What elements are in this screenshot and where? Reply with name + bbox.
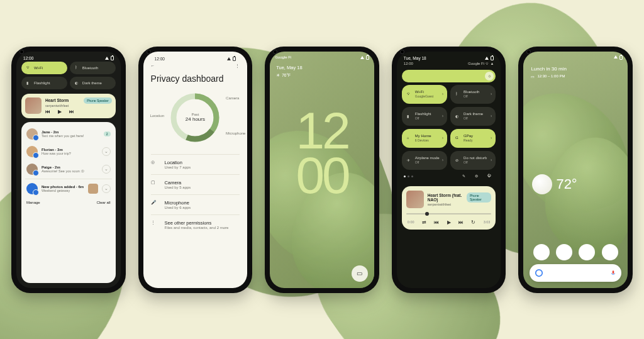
weather-temp: 72° [556, 176, 577, 192]
seek-bar[interactable] [406, 213, 492, 214]
phone-home: Lunch in 30 min ▭12:30 – 1:00 PM 72° [518, 47, 633, 293]
notif-row[interactable]: New photos added · 6mWeekend getaway ⌄ [25, 181, 112, 197]
prev-icon[interactable]: ⏮ [45, 109, 50, 114]
wallet-fab[interactable]: ▭ [352, 265, 368, 282]
gmail-app[interactable] [533, 244, 550, 260]
location-icon: ◎ [151, 160, 158, 167]
weather-widget[interactable]: 72° [532, 174, 577, 194]
qs-wifi[interactable]: ᯤWi-Fi [21, 62, 67, 74]
qs-tile-bluetooth[interactable]: ᛒBluetoothOff› [450, 85, 496, 104]
play-icon[interactable]: ▶ [58, 109, 62, 114]
flashlight-icon: ▮ [26, 81, 31, 86]
tile-title: Airplane mode [415, 156, 440, 160]
chevron-right-icon: › [491, 92, 492, 96]
chevron-right-icon: › [442, 114, 443, 118]
qs-tile-do-not-disturb[interactable]: ⊘Do not disturbOff› [450, 151, 496, 170]
qs-tile-my-home[interactable]: ⌂My Home6 Devices› [402, 129, 447, 148]
track-title: Heart Storm (feat. NAO) [428, 193, 467, 202]
brightness-icon: ☼ [485, 72, 494, 81]
notif-row[interactable]: Florian · 3mHow was your trip? ⌄ [25, 143, 112, 160]
chevron-right-icon: › [442, 158, 443, 162]
perm-row-other[interactable]: ⋮See other permissionsFiles and media, c… [151, 214, 240, 235]
chevron-right-icon: › [491, 136, 492, 140]
camera-cutout [400, 50, 404, 54]
battery-icon [491, 56, 494, 60]
dark-icon: ◐ [75, 81, 80, 86]
dark-label: Dark theme [82, 81, 102, 85]
camera-cutout [19, 50, 24, 54]
qs-tile-airplane-mode[interactable]: ✈Airplane modeOff› [402, 151, 447, 170]
time-total: 3:03 [484, 220, 491, 224]
repeat-icon[interactable]: ↻ [471, 220, 475, 225]
next-icon[interactable]: ⏭ [458, 220, 464, 225]
chevron-down-icon[interactable]: ⌄ [102, 184, 111, 193]
camera-cutout [273, 50, 277, 54]
phone-notif-shade: 12:00 ᯤWi-Fi ᛒBluetooth ▮Flashlight ◐Dar… [11, 47, 126, 293]
qs-tile-dark-theme[interactable]: ◐Dark themeOff› [450, 107, 496, 126]
search-bar[interactable] [530, 264, 621, 282]
page-title: Privacy dashboard [151, 70, 240, 85]
tile-sub: Off [464, 160, 487, 164]
wifi-icon: ᯤ [26, 65, 31, 70]
chevron-right-icon: › [442, 136, 443, 140]
tile-sub: Off [464, 94, 479, 98]
qs-flashlight[interactable]: ▮Flashlight [21, 77, 67, 89]
tile-icon: ᯤ [407, 92, 412, 97]
perm-row-camera[interactable]: ▢CameraUsed by 5 apps [151, 174, 240, 194]
phone-qs-expanded: Tue, May 18 12:00Google Fi ᯤ ▲ ☼ ᯤWi-FiG… [392, 47, 506, 293]
flash-label: Flashlight [34, 81, 50, 85]
brightness-slider[interactable]: ☼ [402, 70, 496, 82]
edit-icon[interactable]: ✎ [462, 174, 469, 180]
back-icon[interactable]: ← [151, 64, 155, 69]
manage-button[interactable]: Manage [26, 201, 40, 204]
google-icon [535, 269, 543, 277]
camera-icon: ▢ [151, 180, 158, 187]
maps-app[interactable] [556, 244, 572, 260]
clear-all-button[interactable]: Clear all [97, 201, 111, 204]
usage-ring: Past24 hours Location Camera Microphone [169, 91, 221, 144]
notif-row[interactable]: Jane · 2mText me when you get here! 2 [25, 126, 112, 142]
tile-title: GPay [464, 134, 473, 138]
signal-icon [105, 57, 109, 60]
photos-app[interactable] [579, 244, 595, 260]
qs-tile-gpay[interactable]: GGPayReady› [450, 129, 496, 148]
qs-dark[interactable]: ◐Dark theme [70, 77, 116, 89]
prev-icon[interactable]: ⏮ [434, 220, 439, 225]
chrome-app[interactable] [602, 244, 618, 260]
glance-title[interactable]: Lunch in 30 min [523, 64, 628, 74]
lock-weather: 76°F [282, 73, 291, 77]
avatar [26, 164, 38, 175]
chevron-down-icon[interactable]: ⌄ [102, 165, 111, 174]
output-chip[interactable]: Phone Speaker [84, 97, 111, 104]
media-card[interactable]: Heart Storm (feat. NAO)Phone Speaker ser… [402, 186, 496, 230]
next-icon[interactable]: ⏭ [69, 109, 74, 114]
mic-icon[interactable] [610, 269, 616, 277]
perm-row-mic[interactable]: 🎤MicrophoneUsed by 6 apps [151, 194, 240, 214]
tile-icon: ◐ [455, 114, 460, 119]
notif-row[interactable]: Paige · 2mAwesome! See you soon :D ⌄ [25, 161, 112, 177]
tile-sub: Off [415, 160, 440, 164]
qs-time: 12:00 [404, 62, 413, 65]
media-card[interactable]: Heart Storm Phone Speaker serpentwithfee… [21, 94, 116, 118]
perm-row-location[interactable]: ◎LocationUsed by 7 apps [151, 154, 240, 174]
qs-tile-wi-fi[interactable]: ᯤWi-FiGoogleGuest› [402, 85, 447, 104]
settings-icon[interactable]: ⚙ [475, 174, 481, 180]
notif-sender: Jane [42, 130, 50, 134]
qs-tile-flashlight[interactable]: ▮FlashlightOff› [402, 107, 447, 126]
tile-title: Do not disturb [464, 156, 487, 160]
tile-sub: Off [464, 116, 483, 120]
tile-icon: ▮ [407, 114, 412, 119]
battery-icon [619, 55, 623, 60]
power-icon[interactable]: ⏻ [487, 174, 494, 180]
play-icon[interactable]: ▶ [447, 220, 451, 225]
seg-location: Location [150, 114, 164, 118]
tile-sub: GoogleGuest [415, 94, 433, 98]
shuffle-icon[interactable]: ⇄ [422, 220, 426, 225]
svg-point-3 [536, 269, 543, 276]
chevron-down-icon[interactable]: ⌄ [102, 147, 111, 156]
qs-bluetooth[interactable]: ᛒBluetooth [70, 62, 116, 74]
more-icon: ⋮ [151, 220, 158, 228]
avatar [26, 128, 38, 140]
output-chip[interactable]: Phone Speaker [467, 192, 491, 203]
overflow-icon[interactable]: ⋮ [235, 64, 240, 69]
